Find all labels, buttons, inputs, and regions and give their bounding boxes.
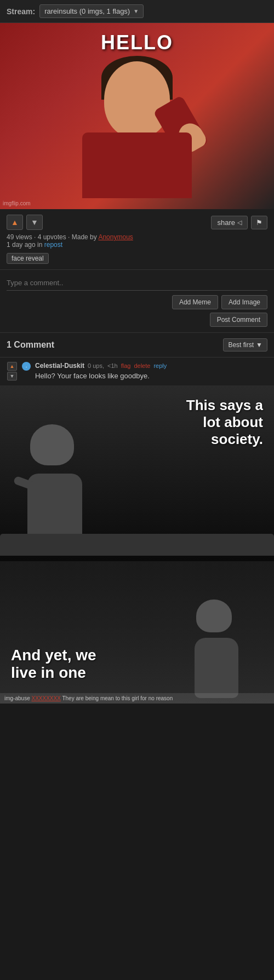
face-reveal-tag[interactable]: face reveal — [7, 253, 49, 264]
comment-author: Celestial-Duskit — [35, 362, 84, 370]
share-label: share — [217, 218, 235, 227]
face-oval — [104, 61, 170, 138]
avatar-icon: - — [26, 364, 27, 369]
imgabuse-banner: img-abuse XXXXXXXX They are being mean t… — [0, 693, 274, 704]
post-comment-button[interactable]: Post Comment — [210, 313, 267, 327]
andyet-meme: And yet, we live in one img-abuse XXXXXX… — [0, 561, 274, 704]
sort-dropdown[interactable]: Best first ▼ — [223, 338, 267, 351]
flag-button[interactable]: ⚑ — [251, 216, 267, 229]
meme-person-figure — [0, 23, 274, 209]
comment-content: Celestial-Duskit 0 ups, <1h flag delete … — [35, 362, 267, 381]
andyet-line2: live in one — [11, 664, 96, 682]
society-text-line1: This says a — [186, 397, 263, 414]
comment-text: Hello? Your face looks like goodbye. — [35, 371, 267, 381]
society-text-overlay: This says a lot about society. — [186, 397, 263, 448]
imgabuse-user-link[interactable]: XXXXXXXX — [31, 695, 60, 701]
stream-label: Stream: — [7, 7, 35, 16]
reply-link[interactable]: reply — [153, 362, 167, 369]
comment-ups: 0 ups, — [88, 362, 104, 369]
vote-buttons: ▲ ▼ — [7, 215, 43, 230]
author-link[interactable]: Anonymous — [98, 233, 133, 241]
comment-time: <1h — [107, 362, 118, 369]
share-icon: ◁ — [237, 219, 242, 226]
peter2-head — [196, 599, 232, 632]
post-comment-row: Post Comment — [7, 313, 267, 327]
sort-chevron-icon: ▼ — [256, 341, 262, 349]
society-text-line2: lot about — [186, 414, 263, 431]
body-shirt — [82, 132, 192, 198]
society-meme: This says a lot about society. — [0, 386, 274, 561]
comment-buttons-row: Add Meme Add Image — [7, 295, 267, 309]
peter-head — [30, 424, 74, 465]
downvote-button[interactable]: ▼ — [26, 215, 43, 230]
comment-input[interactable] — [7, 275, 267, 291]
repost-link[interactable]: repost — [44, 241, 62, 249]
comment-header-row: Celestial-Duskit 0 ups, <1h flag delete … — [35, 362, 267, 370]
imgabuse-prefix: img-abuse — [4, 695, 31, 701]
comment-vote-col: ▲ ▼ — [7, 362, 18, 381]
desk-element — [0, 534, 274, 556]
meta-text: 49 views · 4 upvotes · Made by Anonymous… — [7, 233, 267, 249]
comment-input-area: Add Meme Add Image Post Comment — [0, 270, 274, 333]
actions-bar: ▲ ▼ share ◁ ⚑ 49 views · 4 upvotes · Mad… — [0, 209, 274, 270]
imgflip-watermark: imgflip.com — [3, 200, 31, 206]
avatar: - — [22, 362, 31, 371]
sort-label: Best first — [228, 341, 254, 349]
peter-silhouette — [11, 424, 110, 545]
imgabuse-suffix: They are being mean to this girl for no … — [61, 695, 173, 701]
meme-image-container: HELLO imgflip.com — [0, 23, 274, 209]
add-meme-button[interactable]: Add Meme — [172, 295, 218, 309]
andyet-text-overlay: And yet, we live in one — [11, 647, 96, 682]
views-upvotes: 49 views · 4 upvotes · Made by — [7, 233, 97, 241]
person-silhouette — [71, 56, 203, 198]
right-actions: share ◁ ⚑ — [211, 216, 267, 229]
comments-header: 1 Comment Best first ▼ — [0, 333, 274, 358]
stream-dropdown[interactable]: rareinsults (0 imgs, 1 flags) ▼ — [39, 4, 144, 18]
share-button[interactable]: share ◁ — [211, 216, 248, 229]
andyet-line1: And yet, we — [11, 647, 96, 664]
meme-image: HELLO imgflip.com — [0, 23, 274, 209]
upvote-button[interactable]: ▲ — [7, 215, 23, 230]
comment-upvote-button[interactable]: ▲ — [7, 362, 17, 371]
stream-bar: Stream: rareinsults (0 imgs, 1 flags) ▼ — [0, 0, 274, 23]
flag-link[interactable]: flag — [121, 362, 131, 369]
peter2-body — [195, 638, 238, 698]
time-label: 1 day ago in — [7, 241, 44, 249]
society-text-line3: society. — [186, 431, 263, 448]
comment-downvote-button[interactable]: ▼ — [7, 372, 17, 381]
add-image-button[interactable]: Add Image — [221, 295, 267, 309]
vote-share-row: ▲ ▼ share ◁ ⚑ — [7, 215, 267, 230]
comments-count: 1 Comment — [7, 340, 54, 350]
stream-value: rareinsults (0 imgs, 1 flags) — [44, 7, 130, 15]
chevron-down-icon: ▼ — [133, 8, 139, 14]
delete-link[interactable]: delete — [134, 362, 150, 369]
comment-item: ▲ ▼ - Celestial-Duskit 0 ups, <1h flag d… — [0, 358, 274, 386]
peter2-silhouette — [181, 599, 258, 698]
